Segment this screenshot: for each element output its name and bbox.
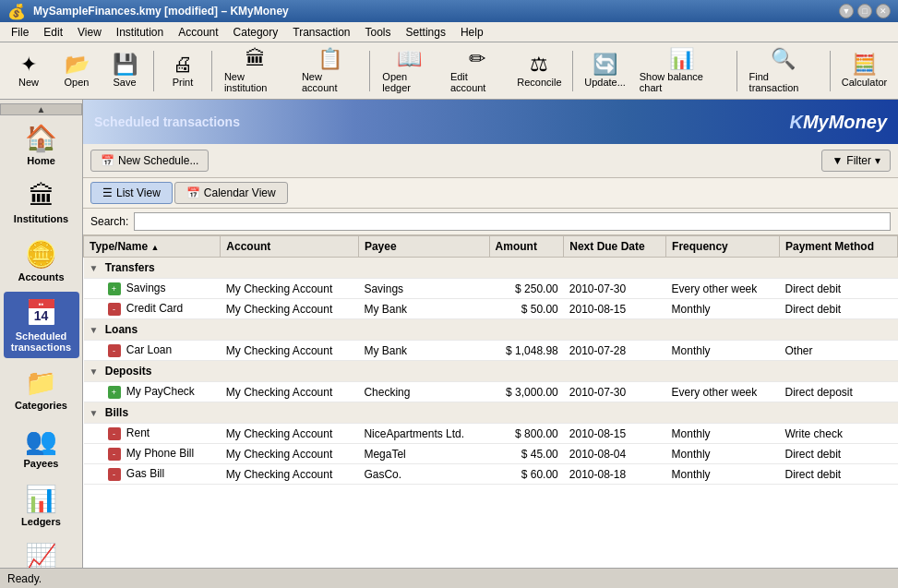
- update-label: Update...: [584, 77, 626, 88]
- tab-calendar-view[interactable]: 📅 Calendar View: [174, 182, 288, 204]
- close-button[interactable]: ✕: [876, 4, 891, 18]
- print-button[interactable]: 🖨 Print: [160, 46, 206, 96]
- accounts-icon: 🪙: [25, 239, 57, 270]
- sidebar-item-accounts[interactable]: 🪙 Accounts: [4, 234, 79, 288]
- cell-type-name: - Rent: [84, 424, 221, 444]
- filter-button[interactable]: ▼ Filter ▾: [821, 150, 891, 172]
- print-icon: 🖨: [173, 54, 193, 75]
- new-account-label: New account: [302, 71, 357, 93]
- table-row[interactable]: - My Phone Bill My Checking Account Mega…: [84, 444, 898, 464]
- sidebar-item-home[interactable]: 🏠 Home: [4, 117, 79, 172]
- reconcile-label: Reconcile: [517, 77, 561, 88]
- menu-view[interactable]: View: [70, 24, 109, 41]
- show-balance-icon: 📊: [669, 49, 694, 69]
- cell-type-name: - My Phone Bill: [84, 444, 221, 464]
- reconcile-button[interactable]: ⚖ Reconcile: [511, 46, 567, 96]
- cell-payee: Checking: [358, 382, 489, 402]
- open-button[interactable]: 📂 Open: [54, 46, 100, 96]
- cell-payee: MegaTel: [358, 444, 489, 464]
- table-row[interactable]: + My PayCheck My Checking Account Checki…: [84, 382, 898, 402]
- group-expand-icon[interactable]: ▼: [90, 408, 99, 418]
- col-due-date: Next Due Date: [564, 236, 666, 258]
- menu-account[interactable]: Account: [171, 24, 225, 41]
- new-account-icon: 📋: [317, 49, 342, 69]
- sidebar-item-institutions[interactable]: 🏛 Institutions: [4, 175, 79, 230]
- show-balance-button[interactable]: 📊 Show balance chart: [633, 46, 731, 96]
- transaction-type-icon: -: [108, 344, 121, 357]
- transaction-type-icon: -: [108, 468, 121, 481]
- cell-amount: $ 1,048.98: [489, 341, 564, 361]
- toolbar-sep-5: [736, 51, 737, 91]
- table-group-row: ▼ Transfers: [84, 258, 898, 279]
- sidebar-scheduled-label: Scheduledtransactions: [11, 330, 71, 353]
- menu-tools[interactable]: Tools: [358, 24, 399, 41]
- menu-transaction[interactable]: Transaction: [285, 24, 357, 41]
- update-button[interactable]: 🔄 Update...: [579, 46, 630, 96]
- sidebar-item-scheduled[interactable]: ▪▪ 14 Scheduledtransactions: [4, 292, 79, 358]
- menu-file[interactable]: File: [4, 24, 36, 41]
- group-expand-icon[interactable]: ▼: [90, 325, 99, 335]
- menu-edit[interactable]: Edit: [36, 24, 70, 41]
- cell-frequency: Monthly: [666, 444, 780, 464]
- menu-category[interactable]: Category: [226, 24, 286, 41]
- categories-icon: 📁: [25, 367, 57, 398]
- group-expand-icon[interactable]: ▼: [90, 366, 99, 377]
- transaction-type-icon: -: [108, 448, 121, 461]
- reconcile-icon: ⚖: [530, 54, 548, 75]
- sidebar-item-categories[interactable]: 📁 Categories: [4, 362, 79, 416]
- new-icon: ✦: [20, 54, 37, 75]
- search-input[interactable]: [134, 212, 891, 231]
- new-institution-button[interactable]: 🏛 New institution: [218, 46, 293, 96]
- new-schedule-button[interactable]: 📅 New Schedule...: [90, 150, 209, 172]
- cell-payee: My Bank: [358, 341, 489, 361]
- calculator-label: Calculator: [842, 77, 888, 88]
- titlebar-title: MySampleFinances.kmy [modified] – KMyMon…: [33, 5, 289, 18]
- search-label: Search:: [90, 215, 128, 228]
- menu-settings[interactable]: Settings: [399, 24, 453, 41]
- table-row[interactable]: - Gas Bill My Checking Account GasCo. $ …: [84, 464, 898, 485]
- sidebar-item-investments[interactable]: 📈 Investments: [4, 536, 79, 568]
- edit-account-button[interactable]: ✏ Edit account: [444, 46, 510, 96]
- calculator-icon: 🧮: [852, 54, 877, 75]
- table-row[interactable]: - Car Loan My Checking Account My Bank $…: [84, 341, 898, 361]
- table-row[interactable]: - Credit Card My Checking Account My Ban…: [84, 299, 898, 319]
- minimize-button[interactable]: ▼: [839, 4, 854, 18]
- maximize-button[interactable]: □: [857, 4, 872, 18]
- view-tabs: ☰ List View 📅 Calendar View: [83, 178, 898, 209]
- menu-institution[interactable]: Institution: [109, 24, 171, 41]
- cell-due-date: 2010-08-15: [564, 424, 666, 444]
- save-button[interactable]: 💾 Save: [102, 46, 148, 96]
- new-institution-label: New institution: [224, 71, 287, 93]
- new-account-button[interactable]: 📋 New account: [295, 46, 364, 96]
- cell-payment-method: Write check: [779, 424, 897, 444]
- find-transaction-button[interactable]: 🔍 Find transaction: [743, 46, 824, 96]
- menu-help[interactable]: Help: [453, 24, 491, 41]
- cell-frequency: Monthly: [666, 299, 780, 319]
- open-ledger-button[interactable]: 📖 Open ledger: [376, 46, 442, 96]
- ledgers-icon: 📊: [25, 484, 57, 514]
- new-schedule-icon: 📅: [101, 154, 114, 167]
- calculator-button[interactable]: 🧮 Calculator: [836, 46, 892, 96]
- institutions-icon: 🏛: [29, 181, 54, 211]
- titlebar-controls: ▼ □ ✕: [839, 4, 891, 18]
- cell-due-date: 2010-07-28: [564, 341, 666, 361]
- sidebar-scroll-up[interactable]: ▲: [0, 103, 82, 115]
- sidebar-item-ledgers[interactable]: 📊 Ledgers: [4, 478, 79, 533]
- transaction-type-icon: +: [108, 386, 121, 399]
- new-button[interactable]: ✦ New: [6, 46, 52, 96]
- cell-due-date: 2010-08-18: [564, 464, 666, 485]
- col-frequency: Frequency: [666, 236, 780, 258]
- table-row[interactable]: - Rent My Checking Account NiceApartment…: [84, 424, 898, 444]
- tab-list-view[interactable]: ☰ List View: [90, 182, 173, 204]
- scheduled-calendar-icon: ▪▪ 14: [27, 297, 56, 327]
- table-row[interactable]: + Savings My Checking Account Savings $ …: [84, 279, 898, 299]
- open-icon: 📂: [65, 54, 90, 75]
- sidebar-item-payees[interactable]: 👥 Payees: [4, 420, 79, 474]
- toolbar-sep-6: [830, 51, 831, 91]
- cell-payee: GasCo.: [358, 464, 489, 485]
- cell-account: My Checking Account: [221, 279, 359, 299]
- new-label: New: [18, 77, 39, 88]
- group-expand-icon[interactable]: ▼: [90, 263, 99, 273]
- cell-frequency: Every other week: [666, 382, 780, 402]
- cell-type-name: + My PayCheck: [84, 382, 221, 402]
